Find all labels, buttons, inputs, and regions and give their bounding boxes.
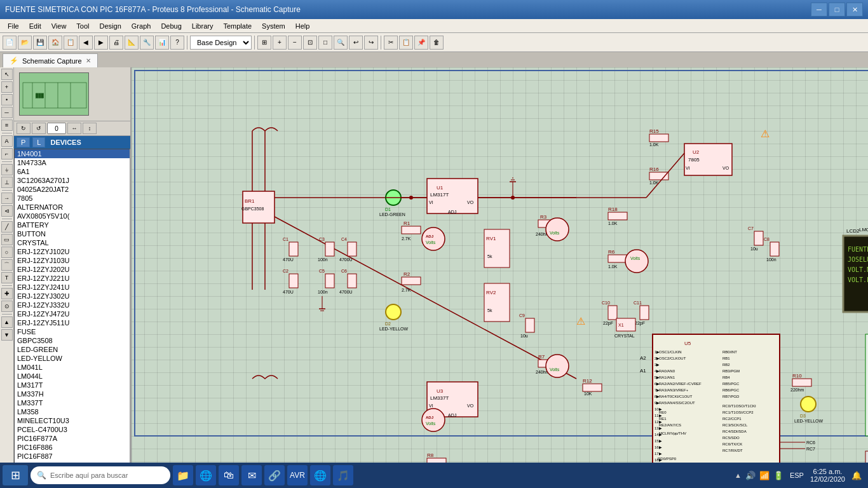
device-item[interactable]: LM358 — [15, 407, 130, 416]
toolbar-btn6[interactable]: ◀ — [79, 36, 93, 50]
toolbar-btn7[interactable]: ▶ — [94, 36, 108, 50]
tool-power[interactable]: ⏚ — [1, 164, 13, 175]
device-item[interactable]: LM337T — [15, 398, 130, 407]
tool-marker[interactable]: ✚ — [1, 288, 13, 299]
device-item[interactable]: LM317T — [15, 381, 130, 390]
taskbar-icon5[interactable]: 🔗 — [264, 465, 285, 485]
menu-edit[interactable]: Edit — [24, 21, 46, 31]
toolbar-save[interactable]: 💾 — [33, 36, 47, 50]
device-item[interactable]: GBPC3508 — [15, 336, 130, 345]
device-item[interactable]: 1N4733A — [15, 158, 130, 167]
toolbar-btn5[interactable]: 📋 — [64, 36, 78, 50]
device-item[interactable]: LM044L — [15, 372, 130, 381]
search-bar[interactable]: 🔍 Escribe aquí para buscar — [31, 466, 170, 484]
toolbar-btn9[interactable]: 📐 — [125, 36, 139, 50]
tool-bus[interactable]: ≡ — [1, 119, 13, 131]
menu-tool[interactable]: Tool — [71, 21, 94, 31]
menu-library[interactable]: Library — [187, 21, 219, 31]
device-item[interactable]: PIC16F877A — [15, 434, 130, 443]
device-item[interactable]: BATTERY — [15, 220, 130, 229]
device-item[interactable]: AVX0805Y5V10( — [15, 212, 130, 220]
device-item[interactable]: ERJ-12ZYJ511U — [15, 318, 130, 327]
flip-h[interactable]: ↔ — [67, 123, 81, 134]
tool-box[interactable]: ▭ — [1, 234, 13, 245]
tool-up[interactable]: ▲ — [1, 316, 13, 328]
device-item[interactable]: 3C12063A2701J — [15, 176, 130, 185]
taskbar-file-explorer[interactable]: 📁 — [173, 465, 193, 485]
rotate-ccw[interactable]: ↺ — [32, 123, 46, 134]
menu-help[interactable]: Help — [290, 21, 315, 31]
toolbar-zoom-100[interactable]: □ — [318, 36, 332, 50]
toolbar-delete[interactable]: 🗑 — [430, 36, 444, 50]
tool-junction[interactable]: • — [1, 94, 13, 105]
tool-arc[interactable]: ⌒ — [1, 259, 13, 271]
tool-port[interactable]: ⊲ — [1, 205, 13, 217]
rotate-cw[interactable]: ↻ — [17, 123, 31, 134]
toolbar-grid[interactable]: ⊞ — [257, 36, 271, 50]
flip-v[interactable]: ↕ — [83, 123, 97, 134]
device-item[interactable]: PIC16F887 — [15, 452, 130, 461]
toolbar-btn10[interactable]: 🔧 — [140, 36, 154, 50]
toolbar-cut[interactable]: ✂ — [384, 36, 398, 50]
tool-circle[interactable]: ○ — [1, 247, 13, 258]
device-item[interactable]: LM337H — [15, 390, 130, 398]
taskbar-icon8[interactable]: 🎵 — [333, 465, 353, 485]
start-button[interactable]: ⊞ — [3, 465, 28, 485]
rotation-input[interactable] — [47, 123, 66, 134]
device-item[interactable]: LED-YELLOW — [15, 354, 130, 363]
toolbar-zoom-fit[interactable]: ⊡ — [303, 36, 317, 50]
device-item[interactable]: ERJ-12ZYJ332U — [15, 301, 130, 309]
toolbar-zoom-sel[interactable]: 🔍 — [334, 36, 348, 50]
notification-btn[interactable]: 🔔 — [851, 471, 862, 480]
device-item[interactable]: BUTTON — [15, 229, 130, 238]
close-button[interactable]: ✕ — [846, 3, 863, 17]
maximize-button[interactable]: □ — [829, 3, 845, 17]
menu-graph[interactable]: Graph — [126, 21, 156, 31]
toolbar-btn19[interactable]: ↪ — [364, 36, 378, 50]
tool-pin[interactable]: → — [1, 193, 13, 204]
menu-view[interactable]: View — [46, 21, 72, 31]
device-item[interactable]: CRYSTAL — [15, 238, 130, 247]
tab-close-btn[interactable]: ✕ — [86, 57, 91, 64]
device-item[interactable]: FUSE — [15, 327, 130, 336]
device-item[interactable]: ERJ-12ZYJ472U — [15, 309, 130, 318]
toolbar-btn4[interactable]: 🏠 — [48, 36, 62, 50]
device-item[interactable]: ERJ-12ZYJ302U — [15, 292, 130, 301]
taskbar-mail[interactable]: ✉ — [241, 465, 262, 485]
taskbar-edge[interactable]: 🌐 — [196, 465, 216, 485]
menu-system[interactable]: System — [257, 21, 290, 31]
toolbar-zoom-in[interactable]: + — [273, 36, 287, 50]
menu-template[interactable]: Template — [218, 21, 257, 31]
toolbar-copy[interactable]: 📋 — [399, 36, 413, 50]
device-item[interactable]: ERJ-12ZYJ221U — [15, 274, 130, 283]
toolbar-btn12[interactable]: ? — [170, 36, 184, 50]
device-item[interactable]: LED-GREEN — [15, 345, 130, 354]
device-item[interactable]: PCEL-C4700U3 — [15, 425, 130, 434]
device-item[interactable]: ERJ-12ZYJ241U — [15, 283, 130, 292]
tool-label[interactable]: A — [1, 135, 13, 147]
design-dropdown[interactable]: Base Design — [190, 36, 252, 50]
device-item[interactable]: ERJ-12ZYJ202U — [15, 265, 130, 274]
device-item[interactable]: 1N4001 — [15, 149, 130, 158]
device-item[interactable]: 04025A220JAT2 — [15, 185, 130, 194]
toolbar-btn8[interactable]: 🖨 — [109, 36, 123, 50]
devices-list[interactable]: 1N4001 1N4733A 6A1 3C12063A2701J 04025A2… — [14, 149, 130, 465]
taskbar-store[interactable]: 🛍 — [219, 465, 239, 485]
device-item[interactable]: ERJ-12ZYJ103U — [15, 256, 130, 265]
tab-schematic[interactable]: ⚡ Schematic Capture ✕ — [3, 53, 98, 67]
tool-select[interactable]: ↖ — [1, 69, 13, 80]
tool-component[interactable]: + — [1, 81, 13, 93]
device-item[interactable]: MINELECT10U3 — [15, 416, 130, 425]
toolbar-btn18[interactable]: ↩ — [349, 36, 363, 50]
menu-debug[interactable]: Debug — [156, 21, 186, 31]
device-item[interactable]: ALTERNATOR — [15, 203, 130, 212]
tool-wire[interactable]: ─ — [1, 107, 13, 118]
toolbar-zoom-out[interactable]: − — [288, 36, 302, 50]
tool-text[interactable]: T — [1, 272, 13, 283]
toolbar-btn11[interactable]: 📊 — [155, 36, 169, 50]
tab-l[interactable]: L — [32, 137, 45, 147]
tool-bus-entry[interactable]: ⌐ — [1, 148, 13, 159]
minimize-button[interactable]: ─ — [811, 3, 827, 17]
toolbar-paste[interactable]: 📌 — [414, 36, 428, 50]
tool-line[interactable]: ╱ — [1, 221, 13, 233]
